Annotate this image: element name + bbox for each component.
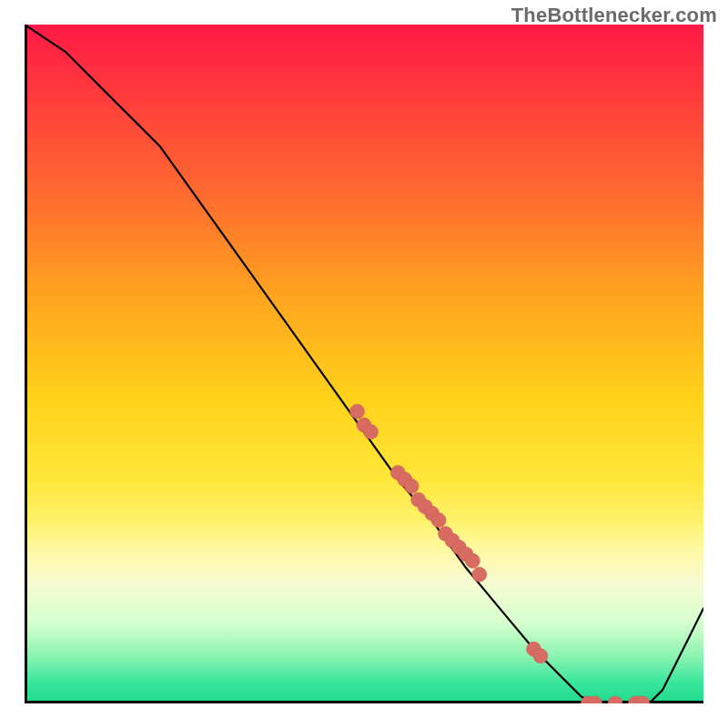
data-point [608, 696, 622, 703]
data-point [404, 479, 419, 493]
watermark-text: TheBottlenecker.com [511, 4, 717, 27]
data-point [431, 513, 446, 528]
data-point [350, 404, 365, 419]
chart-container: TheBottlenecker.com [0, 0, 728, 728]
data-point [472, 567, 487, 581]
scatter-group [350, 404, 650, 703]
data-point [465, 553, 480, 568]
chart-overlay [25, 25, 703, 703]
data-point [364, 425, 379, 440]
data-point [533, 649, 548, 663]
bottleneck-curve [25, 25, 703, 703]
plot-area [25, 25, 703, 703]
